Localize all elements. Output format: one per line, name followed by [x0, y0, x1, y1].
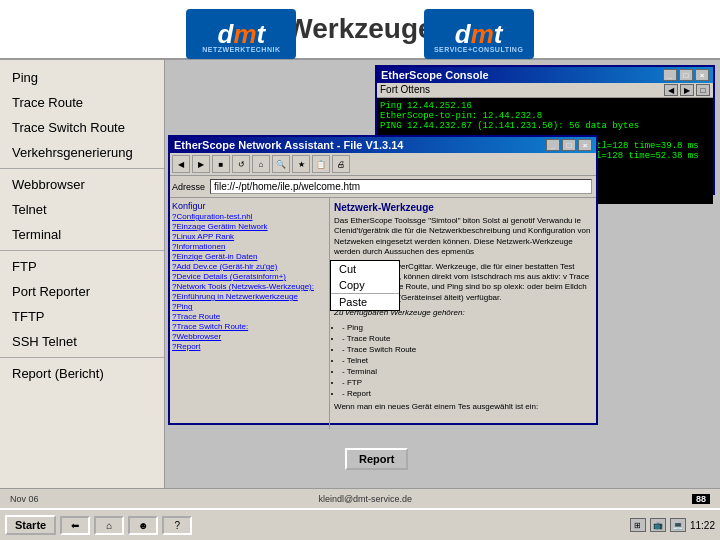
toolbar-favorites[interactable]: ★	[292, 155, 310, 173]
console-line-3: PING 12.44.232.87 (12.141.231.50): 56 da…	[380, 121, 710, 131]
logo-right-text: dmt	[455, 19, 503, 49]
toolbar-search[interactable]: 🔍	[272, 155, 290, 173]
header: dmt NETZWERKTECHNIK Werkzeuge dmt SERVIC…	[0, 0, 720, 60]
separator-1	[0, 168, 164, 169]
console-titlebar: EtherScope Console _ □ ×	[377, 67, 713, 83]
ctx-copy[interactable]: Copy	[331, 277, 399, 293]
sidebar-item-port-reporter[interactable]: Port Reporter	[0, 279, 164, 304]
netz-list: - Ping - Trace Route - Trace Switch Rout…	[342, 323, 592, 398]
separator-2	[0, 250, 164, 251]
main-content: Ping Trace Route Trace Switch Route Verk…	[0, 60, 720, 520]
sidebar-item-trace-route[interactable]: Trace Route	[0, 90, 164, 115]
toolbar-back[interactable]: ◀	[172, 155, 190, 173]
taskbar-item-2[interactable]: ⌂	[94, 516, 124, 535]
netz-list-item-3: - Trace Switch Route	[342, 345, 592, 354]
footer-email: kleindl@dmt-service.de	[318, 494, 412, 504]
tree-einzage[interactable]: ?Einzage Gerätim Network	[172, 222, 327, 231]
address-bar[interactable]: file://-/pt/home/ile.p/welcome.htm	[210, 179, 592, 194]
start-label: Starte	[15, 519, 46, 531]
sidebar-item-trace-switch-route[interactable]: Trace Switch Route	[0, 115, 164, 140]
taskbar-icon-2[interactable]: 📺	[650, 518, 666, 532]
report-button[interactable]: Report	[345, 448, 408, 470]
logo-left-sub: NETZWERKTECHNIK	[186, 46, 296, 53]
ctx-cut[interactable]: Cut	[331, 261, 399, 277]
sidebar-item-tftp[interactable]: TFTP	[0, 304, 164, 329]
taskbar-right: ⊞ 📺 💻 11:22	[630, 518, 715, 532]
toolbar-print[interactable]: 🖨	[332, 155, 350, 173]
tree-trace-switch[interactable]: ?Trace Switch Route:	[172, 322, 327, 331]
assistant-maximize-btn[interactable]: □	[562, 139, 576, 151]
logo-left-text: dmt	[217, 19, 265, 49]
assistant-window-buttons: _ □ ×	[546, 139, 592, 151]
taskbar-icon-3[interactable]: 💻	[670, 518, 686, 532]
logo-left: dmt NETZWERKTECHNIK	[186, 9, 296, 59]
logo-right: dmt SERVICE+CONSULTING	[424, 9, 534, 59]
toolbar-refresh[interactable]: ↺	[232, 155, 250, 173]
console-window-buttons: _ □ ×	[663, 69, 709, 81]
taskbar-item-3[interactable]: ☻	[128, 516, 158, 535]
console-line-2: EtherScope-to-pin: 12.44.232.8	[380, 111, 710, 121]
tree-einzige[interactable]: ?Einzige Gerät-in Daten	[172, 252, 327, 261]
assistant-body: Konfigur ?Configuration-test.nhl ?Einzag…	[170, 198, 596, 429]
console-subtitle: Fort Ottens	[380, 84, 430, 96]
netz-bottom: Wenn man ein neues Gerät einem Tes ausge…	[334, 402, 592, 412]
assistant-close-btn[interactable]: ×	[578, 139, 592, 151]
assistant-toolbar: ◀ ▶ ■ ↺ ⌂ 🔍 ★ 📋 🖨	[170, 153, 596, 176]
assistant-titlebar: EtherScope Network Assistant - File V1.3…	[170, 137, 596, 153]
sidebar-item-ssh-telnet[interactable]: SSH Telnet	[0, 329, 164, 354]
taskbar-icon-1[interactable]: ⊞	[630, 518, 646, 532]
toolbar-home[interactable]: ⌂	[252, 155, 270, 173]
toolbar-history[interactable]: 📋	[312, 155, 330, 173]
footer-page: 88	[692, 494, 710, 504]
start-button[interactable]: Starte	[5, 515, 56, 535]
tree-webbrowser[interactable]: ?Webbrowser	[172, 332, 327, 341]
separator-3	[0, 357, 164, 358]
page-title: Werkzeuge	[286, 13, 433, 45]
tree-report[interactable]: ?Report	[172, 342, 327, 351]
tree-device-details[interactable]: ?Device Details (Geratsinform+)	[172, 272, 327, 281]
toolbar-forward[interactable]: ▶	[192, 155, 210, 173]
sidebar-item-terminal[interactable]: Terminal	[0, 222, 164, 247]
console-minimize-btn[interactable]: _	[663, 69, 677, 81]
tree-adddev[interactable]: ?Add Dev.ce (Gerät-hlr zu'ge)	[172, 262, 327, 271]
netz-text1: Das EtherScope Toolssge "Simtool" biton …	[334, 216, 592, 258]
address-label: Adresse	[172, 182, 205, 192]
tree-linux[interactable]: ?Linux APP Rank	[172, 232, 327, 241]
sidebar-item-webbrowser[interactable]: Webbrowser	[0, 172, 164, 197]
netz-list-item-1: - Ping	[342, 323, 592, 332]
netz-list-item-4: - Telnet	[342, 356, 592, 365]
assistant-right-panel: Netzwerk-Werkzeuge Das EtherScope Toolss…	[330, 198, 596, 429]
netz-list-item-6: - FTP	[342, 378, 592, 387]
sidebar-item-verkehr[interactable]: Verkehrsgenerierung	[0, 140, 164, 165]
sidebar-item-report[interactable]: Report (Bericht)	[0, 361, 164, 386]
tree-network-tools[interactable]: ?Network Tools (Netzweks-Werkzeuge):	[172, 282, 327, 291]
sidebar-item-telnet[interactable]: Telnet	[0, 197, 164, 222]
console-title: EtherScope Console	[381, 69, 489, 81]
tree-trace-route[interactable]: ?Trace Route	[172, 312, 327, 321]
taskbar-item-1[interactable]: ⬅	[60, 516, 90, 535]
right-content: EtherScope Console _ □ × Fort Ottens ◀ ▶…	[165, 60, 720, 520]
assistant-minimize-btn[interactable]: _	[546, 139, 560, 151]
console-close-btn[interactable]: ×	[695, 69, 709, 81]
footer: Nov 06 kleindl@dmt-service.de 88	[0, 488, 720, 508]
tree-inform[interactable]: ?Informationen	[172, 242, 327, 251]
taskbar-clock: 11:22	[690, 520, 715, 531]
ctx-paste[interactable]: Paste	[331, 294, 399, 310]
logo-right-sub: SERVICE+CONSULTING	[424, 46, 534, 53]
taskbar-item-4[interactable]: ?	[162, 516, 192, 535]
netz-list-item-2: - Trace Route	[342, 334, 592, 343]
console-btn3[interactable]: □	[696, 84, 710, 96]
assistant-title: EtherScope Network Assistant - File V1.3…	[174, 139, 403, 151]
console-maximize-btn[interactable]: □	[679, 69, 693, 81]
sidebar-item-ftp[interactable]: FTP	[0, 254, 164, 279]
netz-title: Netzwerk-Werkzeuge	[334, 202, 592, 213]
tree-ping[interactable]: ?Ping	[172, 302, 327, 311]
left-menu: Ping Trace Route Trace Switch Route Verk…	[0, 60, 165, 520]
tree-config-test[interactable]: ?Configuration-test.nhl	[172, 212, 327, 221]
sidebar-item-ping[interactable]: Ping	[0, 65, 164, 90]
console-btn2[interactable]: ▶	[680, 84, 694, 96]
toolbar-stop[interactable]: ■	[212, 155, 230, 173]
tree-einfuhrung[interactable]: ?Einführung in Netzwerkwerkzeuge	[172, 292, 327, 301]
console-btn1[interactable]: ◀	[664, 84, 678, 96]
netz-list-item-7: - Report	[342, 389, 592, 398]
